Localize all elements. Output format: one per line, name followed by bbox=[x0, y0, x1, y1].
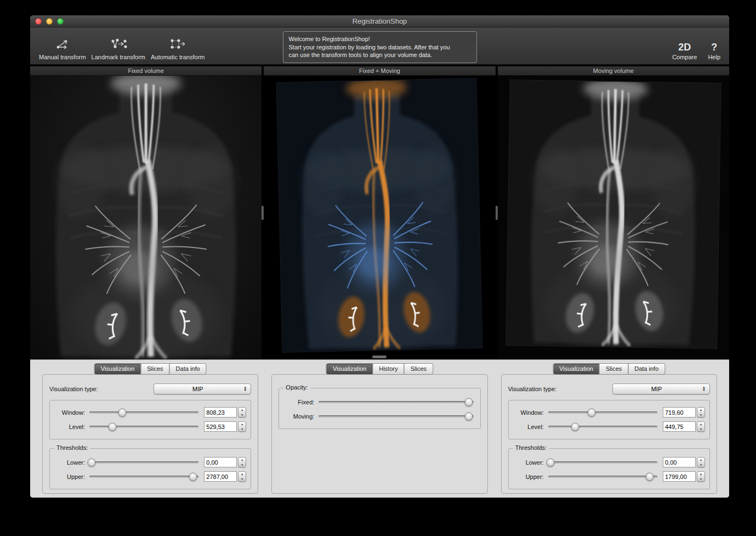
stepper-buttons[interactable] bbox=[697, 471, 705, 482]
opacity-fixed-slider[interactable] bbox=[319, 398, 473, 407]
fixed-window-slider[interactable] bbox=[89, 408, 198, 417]
fixed-lower-label: Lower: bbox=[54, 459, 85, 466]
fixed-thresholds-group: Thresholds: Lower: 0,00 bbox=[49, 448, 251, 489]
stepper-buttons[interactable] bbox=[697, 457, 705, 467]
moving-window-slider-thumb[interactable] bbox=[588, 408, 596, 416]
moving-lower-slider-thumb[interactable] bbox=[546, 458, 554, 466]
fixed-lower-spinbox[interactable]: 0,00 bbox=[204, 457, 246, 467]
manual-transform-button[interactable]: Manual transform bbox=[39, 32, 86, 60]
moving-window-spinbox[interactable]: 719,60 bbox=[663, 407, 705, 417]
fixed-visualization-panel: Visualization type: MIP Window: bbox=[42, 374, 258, 494]
moving-tab-visualization[interactable]: Visualization bbox=[553, 363, 600, 375]
minimize-button[interactable] bbox=[46, 18, 53, 25]
combined-volume-render[interactable] bbox=[264, 76, 495, 359]
moving-lower-spinbox[interactable]: 0,00 bbox=[663, 457, 705, 467]
moving-volume-render[interactable] bbox=[498, 76, 729, 359]
fixed-visualization-type-label: Visualization type: bbox=[49, 386, 98, 392]
help-button[interactable]: ? Help bbox=[708, 32, 720, 60]
fixed-level-spinbox[interactable]: 529,53 bbox=[204, 421, 246, 432]
stepper-buttons[interactable] bbox=[238, 457, 246, 467]
fixed-upper-slider[interactable] bbox=[89, 472, 198, 481]
automatic-transform-button[interactable]: Automatic transform bbox=[151, 32, 204, 60]
moving-volume-controls: Visualization Slices Data info Visualiza… bbox=[494, 362, 724, 490]
stepper-up-icon[interactable] bbox=[697, 472, 704, 477]
fixed-lower-slider[interactable] bbox=[89, 458, 198, 467]
welcome-message: Welcome to RegistrationShop! Start your … bbox=[283, 31, 477, 63]
moving-volume-header: Moving volume bbox=[498, 66, 729, 76]
combined-tab-slices[interactable]: Slices bbox=[404, 363, 433, 375]
fixed-upper-slider-thumb[interactable] bbox=[189, 472, 197, 481]
fixed-window-value[interactable]: 808,23 bbox=[204, 407, 237, 417]
fixed-volume-header: Fixed volume bbox=[30, 66, 262, 76]
moving-level-slider-thumb[interactable] bbox=[571, 422, 579, 431]
opacity-moving-slider-thumb[interactable] bbox=[465, 412, 473, 420]
combined-tab-visualization[interactable]: Visualization bbox=[326, 363, 373, 375]
stepper-buttons[interactable] bbox=[697, 421, 705, 432]
moving-upper-slider[interactable] bbox=[548, 472, 657, 481]
moving-tab-data-info[interactable]: Data info bbox=[628, 363, 665, 375]
fixed-lower-value[interactable]: 0,00 bbox=[204, 457, 237, 467]
stepper-down-icon[interactable] bbox=[238, 477, 246, 481]
combined-tab-history[interactable]: History bbox=[372, 363, 404, 375]
combined-controls: Visualization History Slices Opacity: Fi… bbox=[265, 362, 494, 490]
moving-level-slider[interactable] bbox=[548, 422, 657, 431]
fixed-upper-value[interactable]: 2787,00 bbox=[204, 471, 237, 482]
fixed-tab-slices[interactable]: Slices bbox=[140, 363, 169, 375]
splitter-handle-horizontal[interactable] bbox=[372, 356, 386, 358]
stepper-down-icon[interactable] bbox=[697, 427, 704, 431]
moving-upper-slider-thumb[interactable] bbox=[646, 472, 654, 481]
opacity-fixed-label: Fixed: bbox=[283, 399, 314, 405]
fixed-tab-data-info[interactable]: Data info bbox=[169, 363, 207, 375]
moving-level-label: Level: bbox=[513, 424, 544, 430]
titlebar[interactable]: RegistrationShop bbox=[30, 15, 729, 27]
stepper-down-icon[interactable] bbox=[697, 462, 704, 467]
fixed-upper-spinbox[interactable]: 2787,00 bbox=[204, 471, 246, 482]
moving-window-slider[interactable] bbox=[548, 408, 657, 417]
fixed-window-spinbox[interactable]: 808,23 bbox=[204, 407, 246, 417]
stepper-up-icon[interactable] bbox=[697, 422, 704, 427]
window-title: RegistrationShop bbox=[30, 17, 729, 25]
moving-window-value[interactable]: 719,60 bbox=[663, 407, 696, 417]
moving-volume-viewport: Moving volume bbox=[498, 66, 729, 359]
stepper-up-icon[interactable] bbox=[697, 408, 704, 413]
stepper-up-icon[interactable] bbox=[697, 458, 704, 462]
stepper-buttons[interactable] bbox=[238, 407, 246, 417]
moving-lower-slider[interactable] bbox=[548, 458, 657, 467]
landmark-transform-button[interactable]: Landmark transform bbox=[92, 32, 145, 60]
stepper-down-icon[interactable] bbox=[697, 413, 704, 417]
fixed-visualization-type-select[interactable]: MIP bbox=[154, 383, 251, 394]
fixed-window-slider-thumb[interactable] bbox=[118, 408, 126, 416]
opacity-moving-slider[interactable] bbox=[319, 412, 473, 421]
stepper-buttons[interactable] bbox=[238, 471, 246, 482]
stepper-buttons[interactable] bbox=[238, 421, 246, 432]
fixed-level-value[interactable]: 529,53 bbox=[204, 421, 237, 432]
fixed-tab-visualization[interactable]: Visualization bbox=[94, 363, 141, 375]
fixed-volume-render[interactable] bbox=[30, 76, 262, 359]
moving-upper-spinbox[interactable]: 1799,00 bbox=[663, 471, 705, 482]
compare-button[interactable]: 2D Compare bbox=[672, 32, 697, 60]
close-button[interactable] bbox=[35, 18, 42, 25]
moving-tab-slices[interactable]: Slices bbox=[599, 363, 628, 375]
moving-visualization-type-select[interactable]: MIP bbox=[612, 383, 710, 394]
fixed-lower-slider-thumb[interactable] bbox=[87, 458, 95, 466]
moving-upper-value[interactable]: 1799,00 bbox=[663, 471, 696, 482]
opacity-fixed-slider-thumb[interactable] bbox=[465, 398, 473, 406]
stepper-down-icon[interactable] bbox=[238, 413, 246, 417]
stepper-buttons[interactable] bbox=[697, 407, 705, 417]
fixed-level-label: Level: bbox=[54, 424, 85, 430]
fixed-level-slider-thumb[interactable] bbox=[108, 422, 116, 431]
combined-volume-bounds bbox=[276, 78, 483, 353]
stepper-up-icon[interactable] bbox=[238, 472, 246, 477]
stepper-up-icon[interactable] bbox=[238, 422, 246, 427]
stepper-down-icon[interactable] bbox=[697, 477, 704, 481]
stepper-down-icon[interactable] bbox=[238, 427, 246, 431]
moving-level-spinbox[interactable]: 449,75 bbox=[663, 421, 705, 432]
fixed-level-slider[interactable] bbox=[89, 422, 198, 431]
stepper-up-icon[interactable] bbox=[238, 408, 246, 413]
zoom-button[interactable] bbox=[57, 18, 64, 25]
stepper-down-icon[interactable] bbox=[238, 462, 246, 467]
control-panels: Visualization Slices Data info Visualiza… bbox=[30, 359, 729, 498]
moving-lower-value[interactable]: 0,00 bbox=[663, 457, 696, 467]
moving-level-value[interactable]: 449,75 bbox=[663, 421, 696, 432]
stepper-up-icon[interactable] bbox=[238, 458, 246, 462]
